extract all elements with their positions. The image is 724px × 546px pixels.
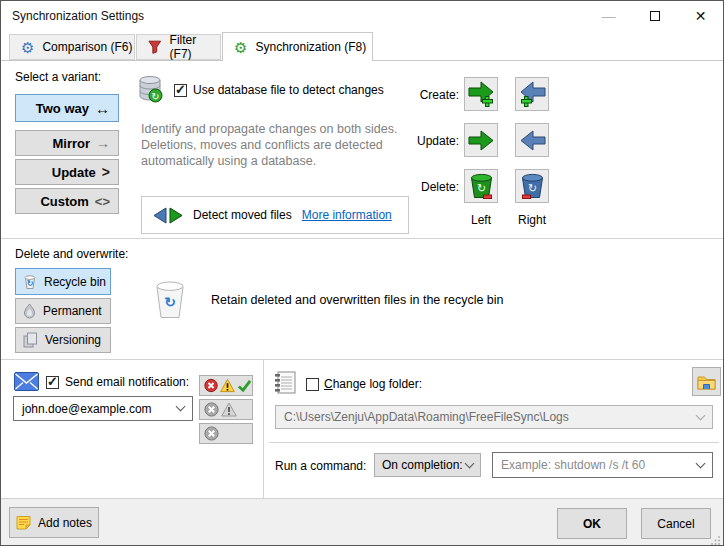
create-left-arrow-icon (468, 81, 495, 108)
variant-two-way-button[interactable]: Two way ↔ (15, 94, 119, 122)
command-divider (269, 442, 719, 443)
ok-button[interactable]: OK (557, 508, 627, 539)
maximize-icon (650, 11, 660, 21)
more-information-link[interactable]: More information (302, 208, 392, 222)
variant-mirror-label: Mirror (52, 136, 90, 151)
flame-icon (23, 303, 36, 319)
mirror-arrow-icon: → (96, 135, 110, 151)
folder-icon (697, 374, 716, 390)
section-divider-1 (1, 238, 724, 239)
tab-synchronization-label: Synchronization (F8) (255, 40, 366, 54)
run-command-label: Run a command: (275, 459, 366, 473)
svg-text:↻: ↻ (151, 91, 159, 102)
change-log-folder-checkbox[interactable] (306, 378, 319, 391)
custom-arrows-icon: <> (95, 194, 110, 209)
envelope-icon (14, 372, 39, 391)
svg-text:↻: ↻ (476, 182, 485, 194)
log-mnemonic: C (324, 377, 333, 391)
create-right-button[interactable] (515, 77, 549, 111)
variant-update-button[interactable]: Update > (15, 159, 119, 185)
delete-label: Delete: (407, 180, 459, 194)
variant-two-way-label: Two way (36, 101, 89, 116)
use-database-checkbox[interactable] (174, 84, 187, 97)
error-gray-icon (204, 402, 219, 417)
permanent-label: Permanent (43, 304, 102, 318)
recycle-bin-button[interactable]: ↻ Recycle bin (15, 268, 111, 295)
variant-mirror-button[interactable]: Mirror → (15, 130, 119, 156)
permanent-button[interactable]: Permanent (15, 298, 111, 324)
use-database-label: Use database file to detect changes (193, 83, 384, 97)
warning-gray-icon (221, 402, 237, 417)
minimize-icon: — (602, 8, 616, 24)
versioning-label: Versioning (45, 333, 101, 347)
tab-filter[interactable]: Filter (F7) (136, 34, 221, 60)
log-folder-path-value: C:\Users\Zenju\AppData\Roaming\FreeFileS… (284, 410, 569, 424)
titlebar: Synchronization Settings — ✕ (1, 1, 723, 32)
cancel-label: Cancel (657, 517, 694, 531)
ok-label: OK (583, 517, 601, 531)
email-address-value: john.doe@example.com (22, 402, 152, 416)
delete-right-bin-icon: ↻ (520, 173, 545, 200)
warning-icon (220, 378, 235, 393)
gear-blue-icon: ⚙ (21, 40, 34, 55)
notify-error-only-button[interactable] (199, 423, 253, 444)
create-label: Create: (407, 88, 459, 102)
resize-grip[interactable] (711, 535, 721, 545)
moved-files-icon (153, 207, 183, 224)
deletion-description: Retain deleted and overwritten files in … (211, 293, 504, 307)
detect-moved-files-label: Detect moved files (193, 208, 292, 222)
send-email-label: Send email notification: (65, 375, 189, 389)
select-variant-label: Select a variant: (15, 70, 101, 84)
cancel-button[interactable]: Cancel (641, 508, 711, 539)
funnel-red-icon (148, 40, 162, 54)
notify-always-button[interactable] (199, 375, 253, 396)
tab-comparison[interactable]: ⚙ Comparison (F6) (9, 34, 135, 60)
add-notes-label: Add notes (38, 516, 92, 530)
notify-error-warning-button[interactable] (199, 399, 253, 420)
log-notebook-icon (272, 370, 297, 395)
command-when-dropdown[interactable]: On completion: (374, 453, 481, 477)
when-chevron-icon (465, 458, 475, 468)
error-gray2-icon (204, 426, 219, 441)
tab-synchronization[interactable]: ⚙ Synchronization (F8) (222, 32, 373, 61)
log-label-rest: hange log folder: (333, 377, 422, 391)
delete-right-button[interactable]: ↻ (515, 169, 549, 203)
footer: Add notes OK Cancel (1, 499, 723, 546)
synchronization-settings-dialog: Synchronization Settings — ✕ ⚙ Compariso… (0, 0, 724, 546)
svg-text:↻: ↻ (164, 294, 176, 310)
sticky-note-icon (16, 515, 31, 530)
left-column-label: Left (464, 213, 498, 227)
close-button[interactable]: ✕ (678, 1, 723, 31)
variant-custom-button[interactable]: Custom <> (15, 188, 119, 214)
versioning-icon (23, 332, 38, 348)
versioning-button[interactable]: Versioning (15, 327, 111, 353)
minimize-button[interactable]: — (586, 1, 631, 31)
update-left-button[interactable] (464, 123, 498, 157)
create-right-arrow-icon (519, 81, 546, 108)
tab-comparison-label: Comparison (F6) (42, 40, 132, 54)
update-left-arrow-icon (468, 129, 495, 152)
send-email-checkbox[interactable] (46, 376, 59, 389)
maximize-button[interactable] (632, 1, 677, 31)
recycle-bin-label: Recycle bin (44, 275, 106, 289)
command-chevron-icon (696, 458, 706, 468)
success-icon (237, 378, 252, 393)
database-icon: ↻ (137, 75, 163, 103)
email-address-combo[interactable]: john.doe@example.com (13, 396, 193, 421)
update-label: Update: (407, 134, 459, 148)
browse-log-folder-button[interactable] (692, 367, 721, 396)
delete-left-bin-icon: ↻ (469, 173, 494, 200)
section-divider-2 (1, 359, 724, 360)
right-column-label: Right (515, 213, 549, 227)
update-right-arrow-icon (519, 129, 546, 152)
add-notes-button[interactable]: Add notes (9, 507, 99, 538)
create-left-button[interactable] (464, 77, 498, 111)
window-title: Synchronization Settings (12, 9, 144, 23)
update-right-button[interactable] (515, 123, 549, 157)
command-input-combo[interactable]: Example: shutdown /s /t 60 (492, 452, 713, 478)
delete-left-button[interactable]: ↻ (464, 169, 498, 203)
svg-text:↻: ↻ (527, 182, 536, 194)
recycle-bin-small-icon: ↻ (23, 274, 37, 290)
variant-custom-label: Custom (40, 194, 88, 209)
command-when-value: On completion: (382, 458, 463, 472)
